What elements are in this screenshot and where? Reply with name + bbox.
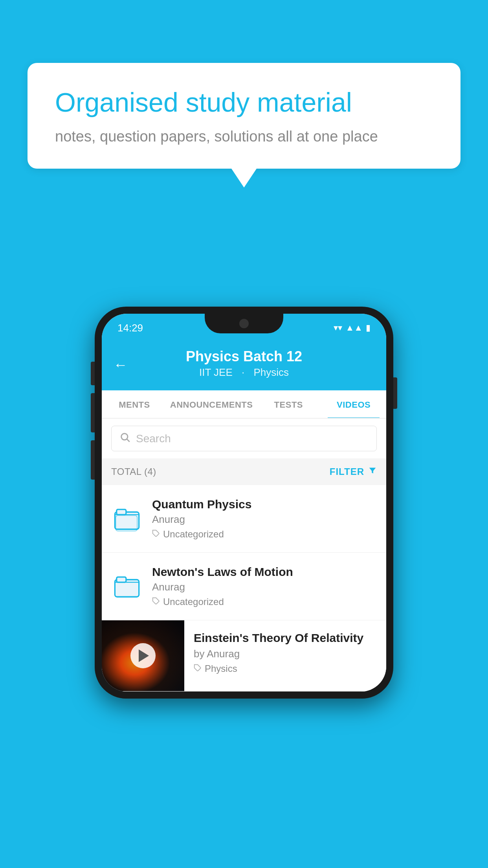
item-author: by Anurag [194,648,377,660]
svg-rect-7 [117,577,126,582]
header-title: Physics Batch 12 [117,348,371,365]
filter-label: FILTER [330,466,364,477]
filter-bar: TOTAL (4) FILTER [102,458,386,485]
phone-outer-frame: 14:29 ▾▾ ▲▲ ▮ ← Physics Batch 12 IIT JEE… [95,307,393,699]
search-bar[interactable]: Search [111,426,377,451]
item-tag: Uncategorized [152,529,377,540]
play-triangle-icon [139,649,149,662]
phone-vol-down-button [91,440,95,480]
filter-button[interactable]: FILTER [330,466,377,477]
status-time: 14:29 [117,322,143,334]
tag-text: Physics [205,663,237,674]
bubble-subtitle: notes, question papers, solutions all at… [55,128,433,145]
video-thumbnail [102,620,184,691]
list-item[interactable]: Quantum Physics Anurag Uncategorized [102,485,386,553]
item-content: Quantum Physics Anurag Uncategorized [152,498,377,540]
speech-bubble-section: Organised study material notes, question… [28,63,460,188]
tag-text: Uncategorized [163,596,224,607]
video-list: Quantum Physics Anurag Uncategorized [102,485,386,691]
phone-screen: 14:29 ▾▾ ▲▲ ▮ ← Physics Batch 12 IIT JEE… [102,314,386,691]
item-content: Newton's Laws of Motion Anurag Uncategor… [152,565,377,607]
item-title: Newton's Laws of Motion [152,565,377,579]
svg-rect-3 [117,509,126,514]
list-item[interactable]: Newton's Laws of Motion Anurag Uncategor… [102,553,386,620]
item-author: Anurag [152,581,377,593]
play-button[interactable] [130,643,156,668]
tab-tests[interactable]: TESTS [256,390,321,418]
battery-icon: ▮ [366,323,371,333]
item-author: Anurag [152,513,377,526]
phone-mute-button [91,362,95,385]
tab-ments[interactable]: MENTS [102,390,167,418]
svg-point-0 [121,434,128,440]
item-title: Quantum Physics [152,498,377,511]
search-icon [119,432,130,445]
tab-videos[interactable]: VIDEOS [321,390,386,418]
list-item-thumb[interactable]: Einstein's Theory Of Relativity by Anura… [102,620,386,691]
item-content: Einstein's Theory Of Relativity by Anura… [184,620,386,685]
phone-power-button [393,377,397,409]
filter-funnel-icon [368,466,377,477]
svg-line-1 [127,439,129,441]
phone-notch [205,314,283,333]
search-container: Search [102,419,386,458]
phone-mockup: 14:29 ▾▾ ▲▲ ▮ ← Physics Batch 12 IIT JEE… [95,307,393,699]
signal-icon: ▲▲ [345,323,363,333]
bubble-title: Organised study material [55,86,433,119]
tab-announcements[interactable]: ANNOUNCEMENTS [167,390,256,418]
phone-vol-up-button [91,393,95,432]
wifi-icon: ▾▾ [334,323,342,333]
tag-label-icon [194,663,202,674]
item-folder-icon [111,503,143,535]
subtitle-physics: Physics [253,366,289,378]
item-title: Einstein's Theory Of Relativity [194,631,377,645]
item-folder-icon [111,571,143,602]
subtitle-dot: · [242,366,244,378]
total-count: TOTAL (4) [111,466,156,477]
speech-bubble-card: Organised study material notes, question… [28,63,460,169]
tag-label-icon [152,596,160,607]
header-subtitle: IIT JEE · Physics [117,366,371,379]
tabs-bar: MENTS ANNOUNCEMENTS TESTS VIDEOS [102,390,386,419]
subtitle-iitjee: IIT JEE [199,366,233,378]
item-tag: Uncategorized [152,596,377,607]
tag-text: Uncategorized [163,529,224,540]
speech-bubble-tail [231,169,257,188]
phone-camera [239,319,249,328]
search-placeholder-text: Search [136,432,171,445]
app-header: ← Physics Batch 12 IIT JEE · Physics [102,339,386,390]
tag-label-icon [152,529,160,540]
back-button[interactable]: ← [114,357,128,373]
status-icons: ▾▾ ▲▲ ▮ [334,323,371,333]
item-tag: Physics [194,663,377,674]
